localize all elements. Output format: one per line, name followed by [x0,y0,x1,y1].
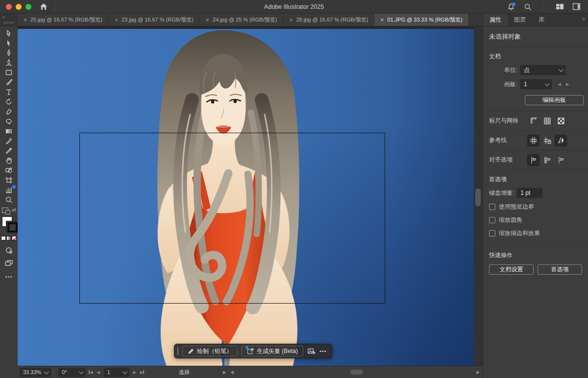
paintbrush-tool[interactable] [2,77,16,87]
selection-rectangle[interactable] [79,133,385,304]
previous-artboard-icon[interactable]: ◀ [97,370,99,375]
close-tab-icon[interactable]: × [289,17,293,24]
rulers-grids-label: 标尺与网格 [489,117,518,125]
smart-guides-button[interactable] [555,135,567,146]
scale-corners-row: 缩放圆角 [489,216,582,224]
zoom-level-control[interactable]: 33.33% [20,368,51,377]
snap-to-grid-button[interactable] [541,154,553,166]
scale-corners-checkbox[interactable] [489,217,495,223]
show-transparency-grid-button[interactable] [555,115,567,127]
selection-tool[interactable] [2,28,16,38]
tab-properties[interactable]: 属性 [483,14,508,26]
edit-artboard-button[interactable]: 编辑画板 [525,95,584,105]
show-grid-button[interactable] [541,115,553,127]
drawing-modes-button[interactable] [2,245,16,255]
artboard-select[interactable]: 1 [520,79,552,89]
screen-mode-button[interactable] [2,258,16,268]
gradient-swatch-button[interactable] [6,236,11,240]
divider [53,369,54,376]
color-swatch-button[interactable] [1,236,6,240]
rotate-tool[interactable] [2,97,16,107]
rectangle-tool[interactable] [2,68,16,77]
shape-builder-tool[interactable] [2,165,16,175]
vertical-scrollbar-thumb[interactable] [475,189,481,206]
vertical-scrollbar[interactable] [474,26,483,366]
tab-layers[interactable]: 图层 [508,14,532,26]
stroke-color-swatch[interactable] [6,221,16,231]
generate-vector-button[interactable]: 生成矢量 (Beta) [242,346,303,356]
close-window-button[interactable] [6,4,12,10]
close-tab-icon[interactable]: × [206,17,209,24]
gradient-tool[interactable] [2,126,16,136]
document-tab[interactable]: × 25.jpg @ 16.67 % (RGB/预览) [18,14,109,26]
first-artboard-icon[interactable]: ◀ [89,370,93,375]
taskbar-drag-handle[interactable] [177,347,178,355]
eyedropper-tool[interactable] [2,146,16,156]
knife-tool[interactable] [2,136,16,146]
close-tab-icon[interactable]: × [115,17,118,24]
taskbar-more-icon[interactable]: ••• [319,348,327,354]
document-tab[interactable]: × 23.jpg @ 16.67 % (RGB/预览) [109,14,200,26]
rotation-control[interactable]: 0° [58,368,86,377]
snap-to-pixel-button[interactable] [555,154,567,166]
next-artboard-icon[interactable]: ▶ [566,82,569,87]
image-options-icon[interactable] [307,348,316,355]
unit-select[interactable]: 点 [520,65,565,75]
panel-collapse-icon[interactable]: » [582,16,585,22]
horizontal-scrollbar-track[interactable] [234,369,476,376]
keyboard-increment-input[interactable]: 1 pt [517,188,542,198]
none-swatch-button[interactable] [12,236,17,240]
chart-tool[interactable] [2,185,16,195]
shaper-tool[interactable] [2,117,16,126]
status-menu-arrow-icon[interactable]: ▶ [223,370,226,375]
next-artboard-icon[interactable]: ▶ [133,370,136,375]
scroll-right-icon[interactable]: ▶ [476,370,480,375]
notifications-bell-icon[interactable] [506,2,516,12]
tab-libraries[interactable]: 库 [532,14,551,26]
document-tab-active[interactable]: × 01.JPG @ 33.33 % (RGB/预览) [374,14,469,26]
horizontal-scrollbar-thumb[interactable] [350,370,363,375]
previous-artboard-icon[interactable]: ◀ [558,82,561,87]
hand-tool[interactable] [2,156,16,165]
scale-strokes-effects-checkbox[interactable] [489,230,495,236]
close-tab-icon[interactable]: × [380,17,384,24]
tab-label: 25.jpg @ 16.67 % (RGB/预览) [30,16,102,24]
scroll-left-icon[interactable]: ◀ [230,370,234,375]
last-artboard-icon[interactable]: ▶ [140,370,144,375]
preferences-button[interactable]: 首选项 [538,264,582,275]
workspace-switcher-icon[interactable] [555,2,564,12]
horizontal-scrollbar[interactable]: ◀ ▶ [230,369,480,376]
document-setup-button[interactable]: 文档设置 [489,264,534,275]
artboard-navigation-select[interactable]: 1 [104,368,129,377]
tab-label: 01.JPG @ 33.33 % (RGB/预览) [387,16,463,24]
show-rulers-button[interactable] [527,115,539,127]
home-icon[interactable] [36,1,51,12]
panel-layout-icon[interactable] [571,2,581,12]
default-fill-stroke-icon[interactable] [2,208,8,213]
close-tab-icon[interactable]: × [24,17,27,24]
curvature-tool[interactable] [2,58,16,68]
show-guides-button[interactable] [527,135,539,146]
use-preview-bounds-checkbox[interactable] [489,204,495,210]
lock-guides-button[interactable] [541,135,553,146]
divider [483,150,588,150]
zoom-tool[interactable] [2,195,16,205]
draw-pencil-button[interactable]: 绘制（铅笔） [182,346,238,356]
contextual-taskbar: 绘制（铅笔） 生成矢量 (Beta) ••• [174,344,332,358]
toolbar-expand-icon[interactable]: » [2,15,4,20]
zoom-window-button[interactable] [25,4,31,10]
search-icon[interactable] [523,2,533,12]
type-tool[interactable] [2,87,16,97]
swap-fill-stroke-icon[interactable]: ⇄ [12,207,16,213]
document-tab[interactable]: × 28.jpg @ 16.67 % (RGB/预览) [283,14,374,26]
eraser-tool[interactable] [2,107,16,117]
toolbar-grip[interactable] [3,22,14,24]
artboard-tool[interactable] [2,175,16,185]
snap-to-point-button[interactable] [527,154,539,166]
direct-selection-tool[interactable] [2,38,16,48]
pen-tool[interactable] [2,48,16,58]
canvas[interactable]: 绘制（铅笔） 生成矢量 (Beta) ••• [18,26,474,366]
minimize-window-button[interactable] [16,4,22,10]
edit-toolbar-ellipsis[interactable]: ••• [5,274,13,280]
document-tab[interactable]: × 24.jpg @ 25 % (RGB/预览) [200,14,284,26]
